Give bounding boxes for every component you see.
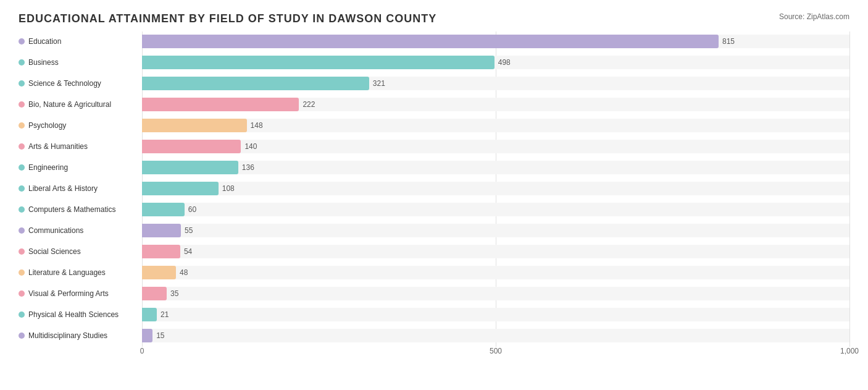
label-dot (19, 248, 25, 255)
label-text: Education (28, 37, 61, 46)
bar-row: Science & Technology321 (19, 74, 849, 93)
label-dot (19, 143, 25, 150)
bar-row: Multidisciplinary Studies15 (19, 326, 849, 345)
bar-value-label: 55 (185, 226, 193, 235)
bar-track: 136 (142, 161, 849, 174)
bar-fill: 140 (142, 140, 241, 153)
label-text: Computers & Mathematics (28, 205, 115, 214)
bar-row: Psychology148 (19, 116, 849, 135)
bar-label: Literature & Languages (19, 268, 142, 277)
bar-label: Education (19, 37, 142, 46)
bar-track: 48 (142, 266, 849, 279)
bar-fill: 148 (142, 119, 247, 132)
label-dot (19, 227, 25, 234)
label-dot (19, 290, 25, 297)
bar-track: 35 (142, 287, 849, 300)
bar-fill: 21 (142, 308, 157, 321)
label-dot (19, 122, 25, 129)
bar-fill: 60 (142, 203, 185, 216)
bar-row: Arts & Humanities140 (19, 137, 849, 156)
bar-row: Education815 (19, 32, 849, 51)
bar-track: 21 (142, 308, 849, 321)
bar-value-label: 498 (498, 58, 511, 67)
label-text: Science & Technology (28, 79, 101, 88)
x-tick-label: 1,000 (840, 347, 859, 355)
label-dot (19, 333, 25, 339)
bar-label: Communications (19, 226, 142, 235)
bar-fill: 222 (142, 98, 299, 111)
label-dot (19, 269, 25, 276)
bar-value-label: 815 (722, 37, 735, 46)
label-text: Bio, Nature & Agricultural (28, 100, 111, 109)
bar-track: 321 (142, 77, 849, 90)
bar-track: 498 (142, 56, 849, 69)
label-text: Social Sciences (28, 247, 81, 256)
bar-label: Psychology (19, 121, 142, 130)
bar-row: Physical & Health Sciences21 (19, 305, 849, 324)
bar-value-label: 148 (251, 121, 263, 130)
bar-label: Science & Technology (19, 79, 142, 88)
bar-value-label: 140 (244, 142, 257, 151)
bar-row: Liberal Arts & History108 (19, 179, 849, 198)
label-text: Business (28, 58, 59, 67)
bar-fill: 108 (142, 182, 219, 195)
bar-fill: 15 (142, 329, 152, 342)
bar-label: Liberal Arts & History (19, 184, 142, 193)
label-text: Arts & Humanities (28, 142, 88, 151)
bar-value-label: 321 (373, 79, 385, 88)
label-dot (19, 80, 25, 87)
bar-label: Multidisciplinary Studies (19, 331, 142, 340)
bar-row: Bio, Nature & Agricultural222 (19, 95, 849, 114)
label-dot (19, 164, 25, 171)
bar-fill: 321 (142, 77, 369, 90)
bar-fill: 55 (142, 224, 181, 237)
bar-fill: 498 (142, 56, 495, 69)
bar-value-label: 48 (180, 268, 188, 277)
grid-line (849, 32, 850, 347)
label-text: Physical & Health Sciences (28, 310, 119, 319)
label-text: Liberal Arts & History (28, 184, 98, 193)
bar-row: Communications55 (19, 221, 849, 240)
label-text: Multidisciplinary Studies (28, 331, 107, 340)
bar-row: Social Sciences54 (19, 242, 849, 261)
chart-area: Education815Business498Science & Technol… (19, 32, 849, 365)
bar-track: 54 (142, 245, 849, 258)
bar-value-label: 35 (170, 289, 178, 298)
bar-fill: 815 (142, 35, 719, 48)
label-dot (19, 38, 25, 45)
bar-row: Engineering136 (19, 158, 849, 177)
label-text: Communications (28, 226, 83, 235)
bar-row: Computers & Mathematics60 (19, 200, 849, 219)
chart-container: EDUCATIONAL ATTAINMENT BY FIELD OF STUDY… (0, 0, 868, 390)
source-text: Source: ZipAtlas.com (779, 12, 849, 21)
bar-label: Computers & Mathematics (19, 205, 142, 214)
bar-value-label: 15 (156, 331, 164, 340)
bar-label: Visual & Performing Arts (19, 289, 142, 298)
label-text: Literature & Languages (28, 268, 106, 277)
label-text: Psychology (28, 121, 66, 130)
bar-track: 108 (142, 182, 849, 195)
bar-row: Visual & Performing Arts35 (19, 284, 849, 303)
bar-fill: 54 (142, 245, 180, 258)
x-axis: 05001,000 (142, 347, 849, 365)
label-dot (19, 206, 25, 213)
bar-value-label: 21 (161, 310, 169, 319)
bar-label: Social Sciences (19, 247, 142, 256)
bar-value-label: 54 (184, 247, 192, 256)
bar-track: 60 (142, 203, 849, 216)
bar-track: 222 (142, 98, 849, 111)
bar-label: Engineering (19, 163, 142, 172)
bar-track: 140 (142, 140, 849, 153)
label-text: Visual & Performing Arts (28, 289, 109, 298)
bar-track: 55 (142, 224, 849, 237)
label-dot (19, 101, 25, 108)
chart-title: EDUCATIONAL ATTAINMENT BY FIELD OF STUDY… (19, 12, 849, 25)
bar-row: Literature & Languages48 (19, 263, 849, 282)
x-tick-label: 0 (140, 347, 144, 355)
label-dot (19, 312, 25, 318)
label-dot (19, 185, 25, 192)
x-tick-label: 500 (490, 347, 502, 355)
bar-row: Business498 (19, 53, 849, 72)
bar-label: Bio, Nature & Agricultural (19, 100, 142, 109)
bar-track: 815 (142, 35, 849, 48)
